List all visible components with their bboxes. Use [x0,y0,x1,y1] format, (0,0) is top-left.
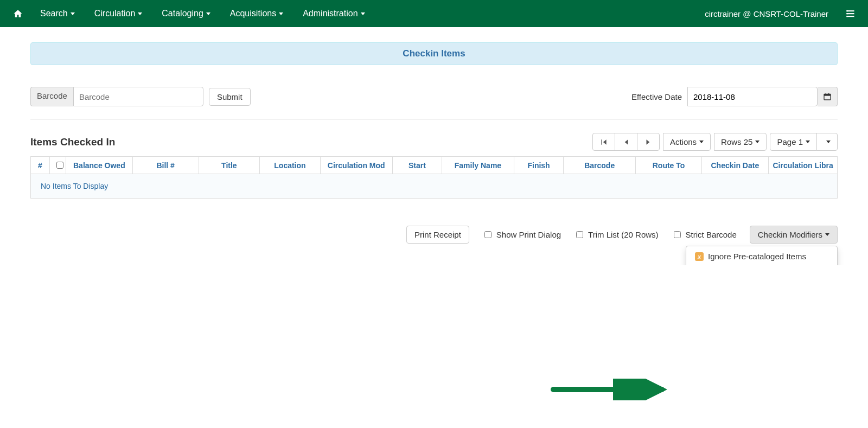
barcode-input[interactable] [73,87,203,106]
svg-rect-5 [846,16,848,17]
strict-barcode-label: Strict Barcode [686,230,737,239]
effective-date-input[interactable] [687,87,818,106]
items-table: # Balance Owed Bill # Title Location Cir… [30,156,838,199]
col-start[interactable]: Start [392,157,442,174]
first-page-button[interactable] [592,133,615,151]
table-header-row: # Balance Owed Bill # Title Location Cir… [31,157,838,174]
col-finish[interactable]: Finish [514,157,564,174]
select-all-checkbox[interactable] [56,162,63,169]
toggle-x-icon: x [695,252,704,261]
col-bill-number[interactable]: Bill # [132,157,199,174]
checkin-modifiers-menu: xIgnore Pre-cataloged ItemsxSuppress Hol… [686,246,838,265]
nav-search[interactable]: Search [31,2,84,25]
page-title: Checkin Items [30,42,838,65]
checkin-modifiers-label: Checkin Modifiers [758,230,822,239]
nav-label: Cataloging [162,9,203,18]
empty-message: No Items To Display [31,174,838,199]
svg-rect-4 [846,13,848,14]
modifier-label: Ignore Pre-cataloged Items [708,252,806,261]
caret-down-icon [361,12,365,15]
nav-label: Search [40,9,68,18]
nav-label: Circulation [94,9,136,18]
nav-administration[interactable]: Administration [294,2,373,25]
modifier-item[interactable]: xSuppress Holds and Transits [686,263,837,265]
caret-down-icon [206,12,210,15]
strict-barcode-option[interactable]: Strict Barcode [672,229,737,240]
caret-down-icon [806,140,810,143]
caret-down-icon [825,233,829,236]
trim-list-option[interactable]: Trim List (20 Rows) [574,229,658,240]
barcode-input-group: Barcode [30,87,203,106]
caret-down-icon [755,140,760,143]
nav-label: Acquisitions [230,9,276,18]
home-icon[interactable] [7,3,29,24]
col-index[interactable]: # [31,157,50,174]
nav-circulation[interactable]: Circulation [86,2,151,25]
next-page-button[interactable] [637,133,660,151]
trim-list-label: Trim List (20 Rows) [588,230,658,239]
svg-rect-8 [826,93,826,94]
nav-cataloging[interactable]: Cataloging [153,2,219,25]
show-print-dialog-checkbox[interactable] [484,231,492,238]
print-receipt-button[interactable]: Print Receipt [406,226,469,244]
col-circ-mod[interactable]: Circulation Mod [321,157,392,174]
caret-down-icon [71,12,75,15]
col-circ-library[interactable]: Circulation Libra [768,157,838,174]
show-print-dialog-option[interactable]: Show Print Dialog [482,229,561,240]
actions-label: Actions [670,137,697,146]
nav-label: Administration [303,9,358,18]
col-route-to[interactable]: Route To [635,157,701,174]
svg-rect-7 [824,94,831,95]
col-title[interactable]: Title [199,157,259,174]
strict-barcode-checkbox[interactable] [674,231,681,238]
caret-down-icon [138,12,142,15]
checkin-modifiers-button[interactable]: Checkin Modifiers [750,226,838,244]
rows-dropdown[interactable]: Rows 25 [714,133,767,151]
modifier-item[interactable]: xIgnore Pre-cataloged Items [686,250,837,263]
current-user: circtrainer @ CNSRT-COL-Trainer [696,9,837,18]
col-barcode[interactable]: Barcode [564,157,635,174]
nav-acquisitions[interactable]: Acquisitions [221,2,292,25]
col-balance-owed[interactable]: Balance Owed [66,157,132,174]
show-print-dialog-label: Show Print Dialog [496,230,561,239]
caret-down-icon [279,12,283,15]
page-dropdown[interactable]: Page 1 [770,133,817,151]
col-checkin-date[interactable]: Checkin Date [702,157,768,174]
barcode-addon: Barcode [30,87,73,106]
section-title: Items Checked In [30,136,115,148]
caret-down-icon [826,140,831,143]
effective-date-label: Effective Date [631,92,682,101]
calendar-button[interactable] [818,87,838,106]
extra-dropdown[interactable] [816,133,838,151]
svg-rect-3 [846,10,848,11]
submit-button[interactable]: Submit [209,88,251,106]
actions-dropdown[interactable]: Actions [663,133,711,151]
table-row: No Items To Display [31,174,838,199]
prev-page-button[interactable] [615,133,637,151]
col-location[interactable]: Location [259,157,320,174]
top-navbar: Search Circulation Cataloging Acquisitio… [0,0,868,27]
caret-down-icon [699,140,704,143]
menu-grid-icon[interactable] [839,4,861,24]
pager-nav-group [592,133,660,151]
col-checkbox[interactable] [49,157,66,174]
rows-label: Rows 25 [721,137,752,146]
page-label: Page 1 [777,137,803,146]
trim-list-checkbox[interactable] [576,231,583,238]
col-family-name[interactable]: Family Name [442,157,514,174]
svg-rect-9 [828,93,829,94]
calendar-icon [823,92,832,101]
